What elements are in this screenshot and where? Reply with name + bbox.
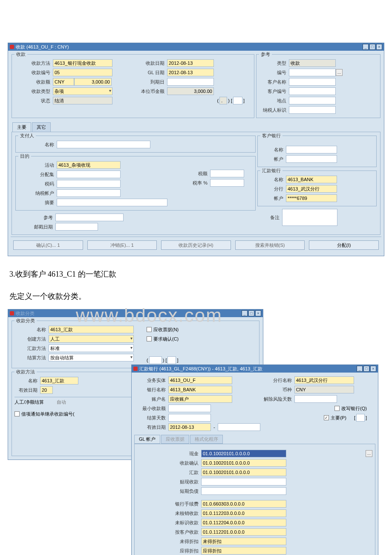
bracket-field-5[interactable]: [356, 414, 365, 422]
field-rb-branch[interactable]: 4613_武汉分行: [286, 185, 337, 193]
field-min[interactable]: [168, 405, 211, 412]
field-effdate[interactable]: 20: [40, 386, 53, 394]
field-taxamt[interactable]: [210, 170, 244, 177]
field-eff-to[interactable]: [218, 423, 260, 431]
field-mname[interactable]: 4613_汇款: [40, 377, 78, 384]
btn-confirm[interactable]: 确认(C)... 1: [13, 240, 83, 250]
field-ccy[interactable]: CNY: [53, 78, 74, 86]
btn-dist[interactable]: 分配(I): [309, 240, 379, 250]
gl-bycust-v[interactable]: 01.0.112201.0.0.0.0: [201, 528, 286, 536]
subtab-gl[interactable]: GL 帐户: [134, 435, 160, 444]
field-rdate[interactable]: 2012-08-13: [167, 59, 214, 67]
close-icon[interactable]: ×: [376, 44, 382, 50]
titlebar[interactable]: 收款 (4613_OU_F : CNY) _ □ ×: [8, 43, 384, 51]
close-icon[interactable]: ×: [255, 310, 261, 316]
btn-reverse[interactable]: 冲销(E)... 1: [87, 240, 157, 250]
gl-undisc-v[interactable]: 未得折扣: [201, 538, 286, 545]
field-method[interactable]: 4613_银行现金收款: [53, 59, 112, 67]
subtab-ar[interactable]: 应收票据: [161, 435, 189, 444]
lbl-eff: 有效日期: [134, 424, 168, 431]
titlebar-2[interactable]: 收款分类 _ □ ×: [8, 309, 263, 317]
gl-shortdebt-v[interactable]: [201, 487, 286, 495]
gl-bankfee-v[interactable]: 01.0.660303.0.0.0.0: [201, 500, 286, 508]
chk-primary[interactable]: [324, 415, 329, 420]
field-branch[interactable]: 4613_武汉分行: [294, 376, 354, 384]
field-taxcode[interactable]: [57, 180, 121, 188]
subtab-fmt[interactable]: 格式化程序: [190, 435, 223, 444]
lbl-effdate: 有效日期: [14, 387, 40, 393]
field-activity[interactable]: 4613_杂项收现: [57, 161, 121, 169]
bracket-l: (: [217, 98, 219, 103]
maximize-icon[interactable]: □: [369, 44, 375, 50]
field-w2-settle[interactable]: 按自动结算: [49, 354, 134, 361]
lbl-days: 结算天数: [134, 415, 168, 421]
oracle-icon: [10, 45, 14, 49]
field-duedate[interactable]: [167, 78, 214, 86]
field-allocset[interactable]: [57, 171, 121, 178]
field-entity[interactable]: 4613_OU_F: [168, 376, 232, 384]
field-note[interactable]: [282, 209, 337, 226]
field-amount[interactable]: 3,000.00: [74, 78, 112, 86]
close-icon[interactable]: ×: [370, 366, 376, 372]
gl-unident-v[interactable]: 01.0.112204.0.0.0.0: [201, 519, 286, 526]
minimize-icon[interactable]: _: [242, 310, 248, 316]
chk-override[interactable]: [334, 406, 340, 411]
field-number[interactable]: 05: [53, 69, 112, 76]
gl-earndisc-v[interactable]: 应得折扣: [201, 547, 286, 555]
gl-remit-v[interactable]: 01.0.10020101.0.0.0.0: [201, 468, 286, 476]
chk-debit[interactable]: [14, 411, 20, 416]
field-status: 结清: [53, 97, 112, 104]
field-tax[interactable]: [289, 106, 336, 114]
chk-need-note[interactable]: [147, 327, 152, 332]
field-cname[interactable]: [289, 78, 336, 86]
field-w2-remit[interactable]: 标准: [49, 344, 134, 352]
minimize-icon[interactable]: _: [363, 44, 369, 50]
lbl-status: 状态: [14, 98, 53, 104]
bracket-field-2[interactable]: [233, 97, 242, 104]
field-payer-name[interactable]: [57, 141, 150, 148]
btn-history[interactable]: 收款历史记录(H): [161, 240, 231, 250]
field-rnum[interactable]: [289, 69, 336, 76]
field-cb-acct[interactable]: [286, 155, 337, 163]
field-rb-acct[interactable]: *****6789: [286, 194, 337, 202]
maximize-icon[interactable]: □: [363, 366, 369, 372]
minimize-icon[interactable]: _: [357, 366, 363, 372]
field-ref2[interactable]: [55, 214, 124, 221]
bracket-r: ) [: [228, 98, 232, 103]
field-cb-name[interactable]: [286, 146, 337, 153]
field-acct[interactable]: 应收账户: [168, 395, 232, 403]
field-cnum[interactable]: [289, 87, 336, 95]
field-type[interactable]: 杂项: [53, 87, 112, 95]
chk-need-confirm[interactable]: [147, 336, 152, 341]
titlebar-3[interactable]: 汇款银行 (4613_GL_F2488(CNY)) - 4613_汇款, 461…: [132, 365, 378, 373]
lov-button[interactable]: …: [336, 69, 343, 76]
gl-cash-v[interactable]: 01.0.10020101.0.0.0.0: [201, 450, 286, 457]
gl-confirm-v[interactable]: 01.0.10020101.0.0.0.0: [201, 459, 286, 467]
maximize-icon[interactable]: □: [248, 310, 254, 316]
lbl-w2-create: 创建方法: [14, 336, 49, 342]
field-eff[interactable]: 2012-08-13: [168, 423, 211, 431]
field-w2-create[interactable]: 人工: [49, 335, 134, 343]
gl-unapplied-v[interactable]: 01.0.112203.0.0.0.0: [201, 509, 286, 517]
field-bank[interactable]: 4613_BANK: [168, 386, 232, 393]
field-days[interactable]: [168, 414, 211, 422]
field-postdate[interactable]: [55, 223, 98, 231]
gl-shortdebt-l: 短期负债: [137, 488, 201, 494]
gl-discrec-v[interactable]: [201, 478, 286, 486]
lov-icon[interactable]: …: [366, 450, 372, 457]
field-w2-name[interactable]: 4613_汇款: [49, 326, 134, 333]
field-taxrate[interactable]: [210, 179, 244, 187]
bracket-field-3[interactable]: [149, 356, 162, 364]
tab-other[interactable]: 其它: [32, 122, 51, 132]
lbl-loc: 地点: [259, 98, 289, 104]
field-taxacct[interactable]: [57, 189, 121, 197]
bracket-field-4[interactable]: [167, 356, 176, 364]
tab-main[interactable]: 主要: [12, 122, 31, 132]
lbl-taxcode: 税码: [18, 181, 57, 187]
btn-search[interactable]: 搜索并核销(S): [235, 240, 305, 250]
field-loc[interactable]: [289, 97, 336, 104]
field-risk[interactable]: [294, 395, 337, 403]
field-rb-name[interactable]: 4613_BANK: [286, 176, 337, 183]
field-gldate[interactable]: 2012-08-13: [167, 69, 214, 76]
field-summary[interactable]: [57, 199, 167, 206]
